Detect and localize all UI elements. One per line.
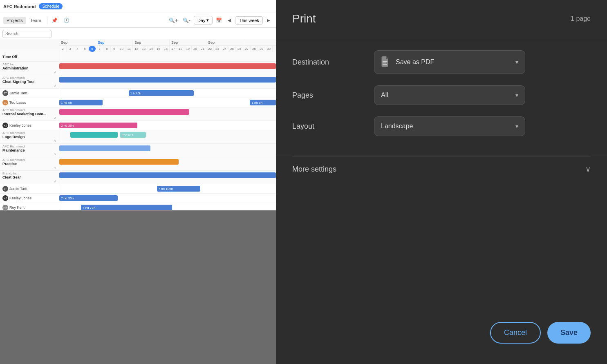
bar: 1 hd 5h — [59, 100, 103, 105]
row-label: JT Jamie Tartt — [0, 89, 59, 98]
more-settings-row[interactable]: More settings ∨ — [292, 156, 591, 182]
prev-week-btn[interactable]: ◀ — [225, 16, 233, 25]
day-11: 11 — [125, 46, 133, 52]
bar — [59, 63, 276, 69]
bar: 7 hd 77h — [81, 205, 172, 210]
divider — [47, 17, 47, 24]
more-settings-label: More settings — [292, 165, 336, 174]
pages-dropdown[interactable]: All ▾ — [374, 85, 525, 105]
bar: Phase 1 — [120, 132, 146, 138]
day-5: 5 — [81, 46, 89, 52]
row-bars — [59, 52, 276, 61]
search-nav — [0, 28, 276, 40]
row-bars: 7 hd 105h — [59, 184, 276, 193]
day-8: 8 — [103, 46, 111, 52]
grid-header: Sep Sep Sep Sep Sep 2 3 4 5 6 7 8 9 10 1… — [0, 40, 276, 52]
table-row: AFC Richmond Internal Marketing Cam... ∧ — [0, 107, 276, 121]
month-sep5: Sep — [206, 40, 243, 45]
table-row: ABC Inc. Administration ∧ — [0, 62, 276, 75]
day-17: 17 — [170, 46, 177, 52]
pin-btn[interactable]: 📌 — [50, 16, 59, 25]
day-23: 23 — [214, 46, 221, 52]
search-input[interactable] — [2, 30, 52, 38]
day-12: 12 — [133, 46, 140, 52]
day-18: 18 — [177, 46, 184, 52]
pages-value: All — [381, 92, 511, 99]
history-btn[interactable]: 🕐 — [62, 16, 71, 25]
table-row: AFC Richmond Maintenance ∨ — [0, 144, 276, 157]
day-2: 2 — [59, 46, 67, 52]
avatar: RK — [2, 205, 8, 210]
row-bars: 7 hd 77h — [59, 203, 276, 210]
day-19: 19 — [184, 46, 192, 52]
table-row: Time Off — [0, 52, 276, 62]
cancel-button[interactable]: Cancel — [490, 322, 541, 344]
avatar: TL — [2, 100, 8, 105]
row-bars — [59, 157, 276, 170]
table-row: AFC Richmond Practice ∨ — [0, 157, 276, 171]
month-sep3: Sep — [133, 40, 170, 45]
day-16: 16 — [162, 46, 170, 52]
schedule-badge: Schedule — [39, 3, 63, 9]
row-label: KJ Keeley Jones — [0, 194, 59, 203]
save-button[interactable]: Save — [547, 322, 591, 344]
destination-label: Destination — [292, 58, 374, 67]
day-3: 3 — [67, 46, 74, 52]
day-13: 13 — [140, 46, 148, 52]
destination-row: Destination Save as PDF ▾ — [292, 50, 591, 74]
day-22: 22 — [206, 46, 214, 52]
tab-team[interactable]: Team — [27, 17, 45, 24]
avatar: JT — [2, 186, 8, 192]
settings-section: Destination Save as PDF ▾ — [292, 42, 591, 156]
calendar-btn[interactable]: 📅 — [214, 16, 224, 25]
zoom-in-btn[interactable]: 🔍+ — [167, 16, 179, 25]
row-label: TL Ted Lasso — [0, 98, 59, 107]
app-name: AFC Richmond — [3, 4, 36, 9]
table-row: JT Jamie Tartt 7 hd 105h — [0, 184, 276, 194]
table-row: KJ Keeley Jones 7 hd 35h — [0, 194, 276, 203]
row-bars — [59, 171, 276, 184]
svg-rect-5 — [383, 64, 387, 65]
row-label: Brand, Inc. Cleat Gear ∧ — [0, 171, 59, 184]
grid-body: Time Off ABC Inc. Administration ∧ AFC R… — [0, 52, 276, 210]
tab-projects[interactable]: Projects — [3, 17, 26, 24]
day-6: 6 — [89, 46, 96, 52]
below-preview — [0, 210, 276, 364]
next-week-btn[interactable]: ▶ — [264, 16, 273, 25]
day-25: 25 — [228, 46, 236, 52]
bottom-buttons: Cancel Save — [292, 322, 591, 352]
this-week-btn[interactable]: This week — [235, 16, 263, 25]
day-21: 21 — [199, 46, 206, 52]
layout-row: Layout Landscape ▾ — [292, 116, 591, 136]
bar: 2 hd 30h — [59, 123, 137, 128]
bar — [59, 145, 150, 151]
svg-rect-3 — [383, 61, 387, 62]
day-30: 30 — [265, 46, 273, 52]
table-row: AFC Richmond Cleat Signing Tour ∧ — [0, 75, 276, 89]
bar: 1 hd 5h — [250, 100, 276, 105]
bar — [70, 132, 118, 138]
pages-label: Pages — [292, 91, 374, 100]
print-title: Print — [292, 12, 316, 25]
layout-label: Layout — [292, 122, 374, 131]
bar: 7 hd 35h — [59, 195, 118, 201]
zoom-out-btn[interactable]: 🔍- — [181, 16, 192, 25]
layout-control: Landscape ▾ — [374, 116, 525, 136]
schedule-preview: AFC Richmond Schedule Projects Team 📌 🕐 … — [0, 0, 276, 210]
pages-control: All ▾ — [374, 85, 525, 105]
row-label: JT Jamie Tartt — [0, 184, 59, 193]
destination-dropdown[interactable]: Save as PDF ▾ — [374, 50, 525, 74]
day-7: 7 — [96, 46, 103, 52]
month-sep1: Sep — [59, 40, 96, 45]
top-bar: AFC Richmond Schedule — [0, 0, 276, 13]
row-label: AFC Richmond Internal Marketing Cam... ∧ — [0, 107, 59, 121]
day-14: 14 — [148, 46, 155, 52]
label-col-header — [0, 40, 59, 52]
right-panel: Print 1 page Destination Save as PDF — [276, 0, 607, 364]
bar: 1 hd 5h — [129, 90, 194, 96]
day-view-btn[interactable]: Day ▾ — [194, 16, 213, 25]
pages-dropdown-arrow: ▾ — [515, 92, 518, 98]
toolbar: Projects Team 📌 🕐 🔍+ 🔍- Day ▾ 📅 ◀ This w… — [0, 13, 276, 28]
day-24: 24 — [221, 46, 228, 52]
layout-dropdown[interactable]: Landscape ▾ — [374, 116, 525, 136]
